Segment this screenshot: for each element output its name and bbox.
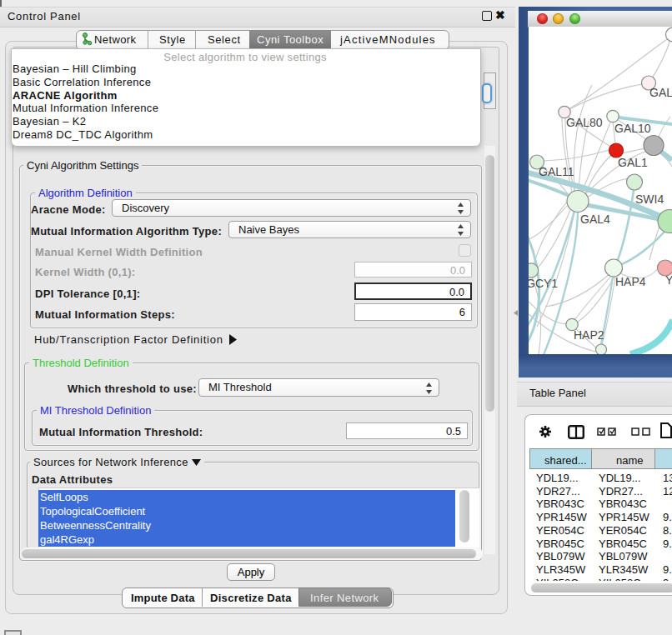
svg-text:GAL10: GAL10 <box>614 122 651 135</box>
svg-text:HAP4: HAP4 <box>615 275 646 288</box>
svg-text:GAL80: GAL80 <box>566 116 603 129</box>
svg-text:GCY1: GCY1 <box>529 277 558 290</box>
svg-text:Y: Y <box>665 273 672 287</box>
svg-text:GAL80: GAL80 <box>649 86 672 99</box>
svg-text:GAL11: GAL11 <box>539 165 574 178</box>
svg-text:HAP2: HAP2 <box>574 328 604 342</box>
svg-text:SWI4: SWI4 <box>635 192 664 206</box>
svg-text:GAL4: GAL4 <box>580 212 610 226</box>
svg-text:GAL1: GAL1 <box>618 156 648 169</box>
